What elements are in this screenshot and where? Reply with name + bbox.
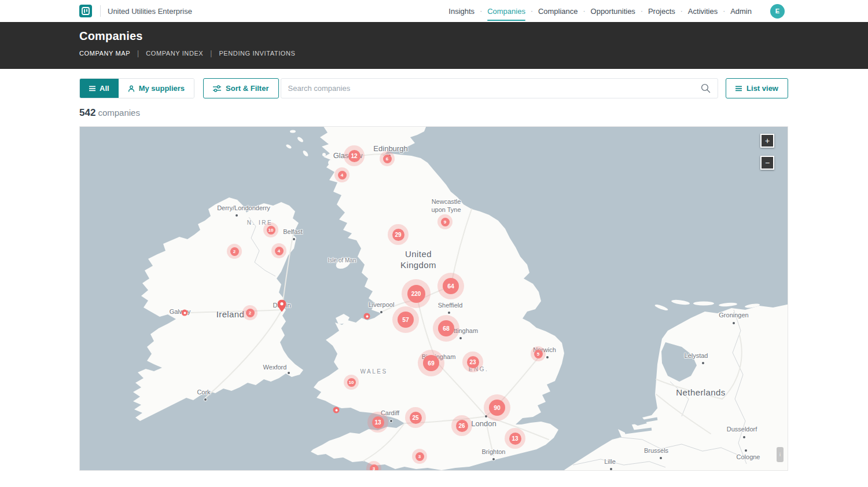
page: United Utilities Enterprise Insights · C… [0,0,868,487]
map-cluster-4[interactable]: 4 [334,167,350,182]
sort-filter-button[interactable]: Sort & Filter [203,78,278,98]
map-zoom-controls: + − [760,134,774,170]
map-cluster-9[interactable]: 9 [437,214,453,229]
cluster-count: 26 [456,420,468,432]
cluster-count: 6 [383,155,392,163]
map-cluster-13[interactable]: 13 [505,428,525,449]
map-cluster-12[interactable]: 12 [344,145,365,166]
list-view-button[interactable]: List view [726,78,788,98]
coast-marker-south[interactable] [333,407,340,413]
zoom-in-button[interactable]: + [760,134,774,148]
top-nav-links: Insights · Companies · Compliance · Oppo… [448,4,785,19]
cluster-count: 4 [338,171,347,180]
map-cluster-69[interactable]: 69 [418,350,444,376]
app-logo-icon[interactable] [79,5,92,17]
cluster-count: 64 [443,278,459,294]
cluster-count: 9 [441,218,450,226]
results-count: 542 [79,107,95,118]
nav-separator: · [723,7,725,15]
segment-my-suppliers-label: My suppliers [139,84,185,93]
sliders-icon [213,85,221,92]
cluster-count: 69 [423,355,439,371]
nav-item-activities[interactable]: Activities [688,6,718,17]
cluster-count: 25 [410,412,422,424]
map-cluster-64[interactable]: 64 [437,273,464,299]
nav-item-projects[interactable]: Projects [648,6,675,17]
page-title: Companies [79,30,868,43]
cluster-count: 4 [275,247,284,255]
zoom-out-button[interactable]: − [760,156,774,170]
map-cluster-57[interactable]: 57 [392,306,419,333]
list-view-label: List view [746,84,778,93]
tab-company-index[interactable]: COMPANY INDEX [146,50,203,57]
map-cluster-26[interactable]: 26 [451,415,472,436]
map-cluster-2[interactable]: 2 [242,305,258,320]
logo-glyph-icon [82,7,90,15]
cluster-count: 3 [370,464,378,471]
user-avatar[interactable]: E [770,4,785,19]
results-count-label: companies [98,108,140,118]
map-cluster-220[interactable]: 220 [402,279,431,308]
nav-separator: · [480,7,482,15]
top-nav: United Utilities Enterprise Insights · C… [0,0,868,22]
cluster-count: 3 [415,452,424,461]
map-cluster-90[interactable]: 90 [484,394,510,421]
nav-item-insights[interactable]: Insights [448,6,475,17]
cluster-count: 57 [398,312,414,328]
company-map[interactable]: GlasgowEdinburghNewcastle upon TyneDerry… [79,126,788,471]
cluster-count: 10 [347,378,356,387]
cluster-count: 2 [230,247,239,256]
cluster-count: 90 [489,400,505,416]
marker-core [183,312,186,314]
map-cluster-10[interactable]: 10 [263,222,278,237]
cluster-count: 13 [509,433,521,445]
segment-all-label: All [100,84,109,93]
header-tabs: COMPANY MAP | COMPANY INDEX | PENDING IN… [79,49,868,57]
cluster-count: 5 [534,350,543,358]
map-cluster-29[interactable]: 29 [388,224,409,245]
tab-pending-invitations[interactable]: PENDING INVITATIONS [219,50,295,57]
search-box [281,78,719,98]
map-pin-icon [278,300,286,312]
results-count-row: 542companies [79,107,868,119]
map-cluster-4[interactable]: 4 [271,243,286,258]
map-cluster-3[interactable]: 3 [412,449,427,464]
map-cluster-2[interactable]: 2 [227,244,242,259]
cluster-count: 10 [267,226,275,235]
map-cluster-6[interactable]: 6 [380,151,395,166]
tab-company-map[interactable]: COMPANY MAP [79,50,130,57]
map-cluster-13[interactable]: 13 [367,412,388,433]
galway-marker[interactable] [182,310,188,316]
map-cluster-25[interactable]: 25 [405,407,426,428]
nav-item-opportunities[interactable]: Opportunities [591,6,635,17]
segment-all-button[interactable]: All [80,79,119,98]
search-input[interactable] [288,84,701,93]
nav-divider [100,5,101,17]
nav-item-companies[interactable]: Companies [487,6,525,17]
map-cluster-10[interactable]: 10 [344,375,359,390]
tab-separator: | [137,49,139,57]
cluster-count: 13 [372,416,384,429]
nav-separator: · [583,7,586,15]
filter-segmented-control: All My suppliers [79,78,194,98]
tab-separator: | [210,49,212,57]
map-attribution-button[interactable]: i [777,447,784,462]
map-cluster-5[interactable]: 5 [531,346,546,361]
sort-filter-label: Sort & Filter [226,84,269,93]
cluster-count: 68 [438,320,454,336]
nav-item-admin[interactable]: Admin [730,6,752,17]
coast-marker-west[interactable] [364,313,370,320]
person-icon [128,85,135,92]
cluster-count: 12 [348,150,361,162]
segment-my-suppliers-button[interactable]: My suppliers [119,79,194,98]
map-cluster-68[interactable]: 68 [433,315,459,342]
cluster-count: 2 [246,309,255,317]
map-cluster-23[interactable]: 23 [462,351,483,372]
nav-item-compliance[interactable]: Compliance [538,6,578,17]
list-view-icon [735,86,742,91]
search-icon[interactable] [701,83,711,93]
nav-separator: · [531,7,533,15]
page-header: Companies COMPANY MAP | COMPANY INDEX | … [0,22,868,69]
dublin-pin[interactable] [278,300,286,314]
nav-separator: · [641,7,643,15]
